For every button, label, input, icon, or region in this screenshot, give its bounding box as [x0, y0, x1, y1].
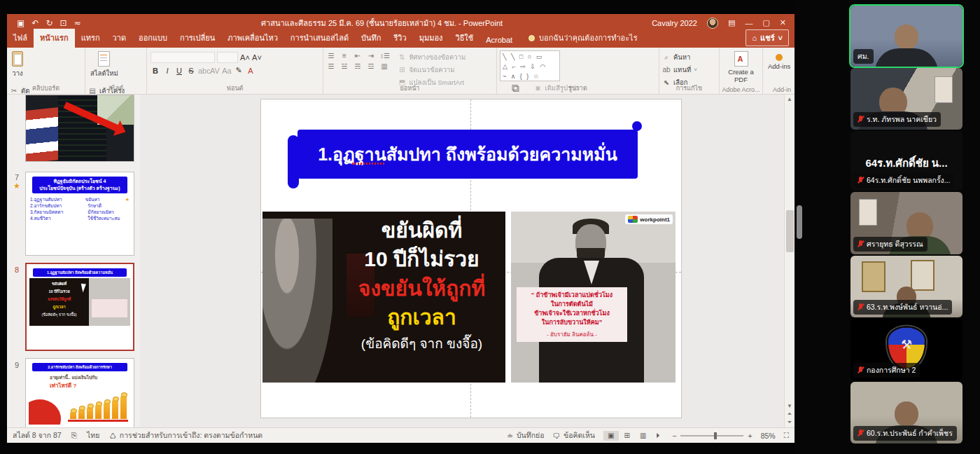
underline-button[interactable]: U: [174, 67, 184, 75]
tab-view[interactable]: มุมมอง: [413, 29, 449, 48]
minimize-button[interactable]: —: [745, 19, 752, 27]
replace-button[interactable]: abแทนที่ ˅: [662, 64, 697, 75]
grow-font-icon[interactable]: A˄: [240, 53, 250, 62]
columns-icon[interactable]: ▥: [380, 62, 388, 70]
justify-icon[interactable]: ☲: [367, 62, 375, 70]
zoom-in-icon[interactable]: +: [748, 432, 752, 440]
participant-tile[interactable]: 63.ร.ท.พงษ์พันธ์ หวานอ่...: [850, 256, 962, 317]
zoom-out-icon[interactable]: −: [672, 432, 676, 440]
tab-design[interactable]: ออกแบบ: [132, 29, 174, 48]
thumbnail-slide-6[interactable]: [25, 95, 134, 162]
tab-draw[interactable]: วาด: [106, 29, 133, 48]
spellcheck-icon[interactable]: ⎘: [71, 431, 77, 440]
tab-record[interactable]: บันทึก: [355, 29, 387, 48]
shapes-gallery[interactable]: ╲ ╲ □ ○ ▭ △ ⌐ ⇨ ⇩ ◠ ~ ∧ { } ☆: [500, 50, 560, 81]
bold-button[interactable]: B: [150, 67, 160, 75]
previous-slide-button[interactable]: ⏶: [785, 411, 794, 418]
participant-tile-camera-off[interactable]: 64ร.ท.ศักดิ์ชัย น... 64ร.ท.ศักดิ์ชัย นพพ…: [850, 131, 962, 191]
share-button[interactable]: ⌂ แชร์ ˅: [746, 29, 789, 46]
accessibility-status[interactable]: ♺ การช่วยสำหรับการเข้าถึง: ตรงตามข้อกำหน…: [109, 429, 262, 441]
thumbnail-slide-9[interactable]: 2.อารักขสัมปทา ถึงพร้อมด้วยการรักษา อายุ…: [25, 358, 134, 427]
tab-insert[interactable]: แทรก: [75, 29, 106, 48]
customize-qat-icon[interactable]: ≂: [74, 19, 81, 27]
text-shadow-button[interactable]: abc: [198, 67, 208, 75]
account-name[interactable]: Cavalry 2022: [652, 19, 697, 27]
participant-tile[interactable]: 60.ร.ท.ประพันธ์ กำคำเพ็ชร: [850, 382, 962, 443]
thumbnail-slide-7[interactable]: ทิฏฐธัมมิกัตถประโยชน์ 4 ประโยชน์ปัจจุบัน…: [25, 172, 134, 256]
numbering-icon[interactable]: ≡: [340, 52, 349, 60]
increase-indent-icon[interactable]: ⇥: [367, 52, 375, 60]
align-text-button[interactable]: ⊞จัดแนวข้อความ: [398, 64, 465, 75]
account-avatar[interactable]: [707, 18, 718, 29]
text-direction-button[interactable]: ⇅ทิศทางของข้อความ: [398, 52, 465, 62]
normal-view-button[interactable]: ▣: [603, 431, 618, 441]
participant-tile-emblem[interactable]: กองการศึกษา 2: [850, 319, 962, 380]
slide-title-banner[interactable]: 1.อุฏฐานสัมปทา ถึงพร้อมด้วยความหมั่น: [298, 130, 638, 179]
confucius-statue-graphic: [262, 219, 332, 383]
reading-view-button[interactable]: ▥: [636, 431, 650, 441]
slide-editor: 1.อุฏฐานสัมปทา ถึงพร้อมด้วยความหมั่น ขยั…: [140, 95, 784, 427]
participant-tile[interactable]: ศรายุทธ ดีสุวรรณ: [850, 192, 962, 254]
new-slide-button[interactable]: สไลด์ใหม่: [88, 50, 120, 84]
save-icon[interactable]: ▣: [17, 19, 24, 27]
slide-sorter-view-button[interactable]: ⊞: [620, 431, 634, 441]
zoom-percent[interactable]: 85%: [761, 432, 776, 440]
create-pdf-button[interactable]: Create a PDF: [722, 50, 760, 84]
next-slide-button[interactable]: ⏷: [785, 419, 794, 426]
comments-button[interactable]: 🗨ข้อคิดเห็น: [553, 429, 596, 441]
lincoln-image[interactable]: workpoint1 “ ถ้าข้าพเจ้ามีเวลาแปดชั่วโมง…: [511, 212, 676, 383]
participant-tile[interactable]: ศม.: [850, 6, 962, 67]
addins-button[interactable]: Add-ins: [766, 50, 792, 84]
scroll-down-icon[interactable]: ▼: [785, 403, 794, 409]
close-button[interactable]: ✕: [780, 18, 786, 27]
font-color-icon[interactable]: A: [246, 67, 255, 75]
tab-file[interactable]: ไฟล์: [7, 29, 34, 48]
participant-name-label: 60.ร.ท.ประพันธ์ กำคำเพ็ชร: [853, 426, 957, 441]
font-name-combobox[interactable]: [150, 52, 215, 63]
slideshow-view-button[interactable]: ⏵: [652, 431, 664, 441]
thumbnail-slide-8-selected[interactable]: 1.อุฏฐานสัมปทา ถึงพร้อมด้วยความหมั่น ขยั…: [25, 263, 134, 351]
participant-tile[interactable]: ร.ท. ภัทรพล นาคเขียว: [850, 68, 962, 130]
strikethrough-button[interactable]: S: [186, 67, 196, 75]
paste-button[interactable]: วาง: [10, 50, 25, 84]
tab-review[interactable]: รีวิว: [387, 29, 412, 48]
undo-icon[interactable]: ↶: [31, 19, 38, 27]
scrollbar-thumb[interactable]: [786, 210, 794, 252]
tab-acrobat[interactable]: Acrobat: [479, 33, 519, 48]
font-size-combobox[interactable]: [217, 52, 238, 63]
decrease-indent-icon[interactable]: ⇤: [354, 52, 362, 60]
editor-scrollbar[interactable]: ▲ ▼ ⏶ ⏷: [784, 95, 794, 427]
italic-button[interactable]: I: [162, 67, 172, 75]
align-center-icon[interactable]: ☱: [340, 62, 349, 70]
align-right-icon[interactable]: ☴: [354, 62, 362, 70]
tell-me-box[interactable]: บอกฉันว่าคุณต้องการทำอะไร: [528, 32, 637, 48]
shrink-font-icon[interactable]: A˅: [252, 53, 262, 62]
slide-thumbnail-panel[interactable]: 7 ★ ทิฏฐธัมมิกัตถประโยชน์ 4 ประโยชน์ปัจจ…: [7, 95, 140, 427]
line-spacing-icon[interactable]: ↕☰: [380, 52, 388, 60]
change-case-button[interactable]: Aa: [222, 67, 232, 75]
find-button[interactable]: ⌕ค้นหา: [662, 52, 697, 62]
scroll-up-icon[interactable]: ▲: [785, 96, 794, 102]
restore-button[interactable]: ▢: [762, 18, 769, 27]
zoom-slider-thumb[interactable]: [714, 432, 717, 439]
language-indicator[interactable]: ไทย: [87, 429, 99, 441]
slide-canvas[interactable]: 1.อุฏฐานสัมปทา ถึงพร้อมด้วยความหมั่น ขยั…: [261, 99, 681, 418]
zoom-control[interactable]: − +: [672, 432, 752, 440]
tab-home[interactable]: หน้าแรก: [34, 29, 75, 48]
fit-to-window-icon[interactable]: ⛶: [784, 431, 789, 440]
character-spacing-button[interactable]: AV: [210, 67, 220, 75]
tab-animations[interactable]: ภาพเคลื่อนไหว: [221, 29, 284, 48]
ribbon-display-options-icon[interactable]: ▤: [728, 18, 735, 27]
tab-help[interactable]: วิธีใช้: [449, 29, 479, 48]
notes-button[interactable]: ≐บันทึกย่อ: [507, 429, 544, 441]
redo-icon[interactable]: ↻: [46, 19, 52, 27]
align-left-icon[interactable]: ☰: [327, 62, 335, 70]
meeting-scrollbar-thumb[interactable]: [797, 205, 802, 239]
tab-slideshow[interactable]: การนำเสนอสไลด์: [284, 29, 355, 48]
tab-transitions[interactable]: การเปลี่ยน: [174, 29, 221, 48]
bullets-icon[interactable]: ☰: [327, 52, 335, 60]
start-slideshow-icon[interactable]: ⊡: [59, 19, 66, 27]
zoom-slider[interactable]: [680, 435, 743, 436]
highlight-color-icon[interactable]: ✎: [234, 66, 244, 75]
confucius-image[interactable]: ขยันผิดที่ 10 ปีก็ไม่รวย จงขยันให้ถูกที่…: [262, 212, 505, 383]
